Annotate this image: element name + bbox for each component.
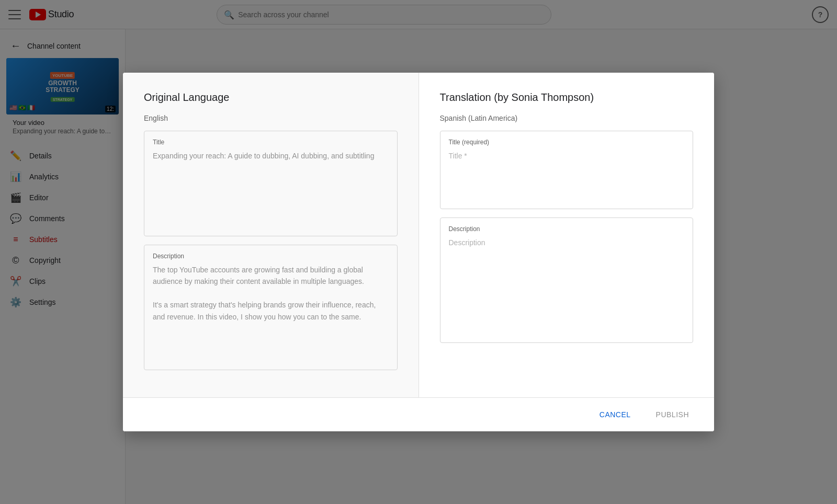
original-title-box: Title Expanding your reach: A guide to d… <box>144 131 398 236</box>
original-title-label: Title <box>153 139 389 146</box>
publish-button[interactable]: PUBLISH <box>648 406 697 423</box>
translation-title-input[interactable]: Title * <box>449 150 685 181</box>
original-language-label: English <box>144 114 398 122</box>
translation-description-label: Description <box>449 225 685 233</box>
translation-modal: Original Language English Title Expandin… <box>123 73 714 431</box>
original-description-box: Description The top YouTube accounts are… <box>144 245 398 370</box>
cancel-button[interactable]: CANCEL <box>591 406 639 423</box>
translation-title-box[interactable]: Title (required) Title * <box>440 131 694 209</box>
original-description-content: The top YouTube accounts are growing fas… <box>153 264 389 323</box>
original-title-content: Expanding your reach: A guide to dubbing… <box>153 150 389 228</box>
modal-body: Original Language English Title Expandin… <box>123 73 714 397</box>
original-language-panel: Original Language English Title Expandin… <box>123 73 419 397</box>
translation-panel: Translation (by Sonia Thompson) Spanish … <box>419 73 715 397</box>
modal-footer: CANCEL PUBLISH <box>123 397 714 431</box>
translation-description-input[interactable]: Description <box>449 237 685 268</box>
original-language-title: Original Language <box>144 91 398 104</box>
translation-title: Translation (by Sonia Thompson) <box>440 91 694 104</box>
translation-language-label: Spanish (Latin America) <box>440 114 694 122</box>
translation-description-box[interactable]: Description Description <box>440 217 694 343</box>
original-description-label: Description <box>153 253 389 260</box>
translation-title-label: Title (required) <box>449 139 685 146</box>
